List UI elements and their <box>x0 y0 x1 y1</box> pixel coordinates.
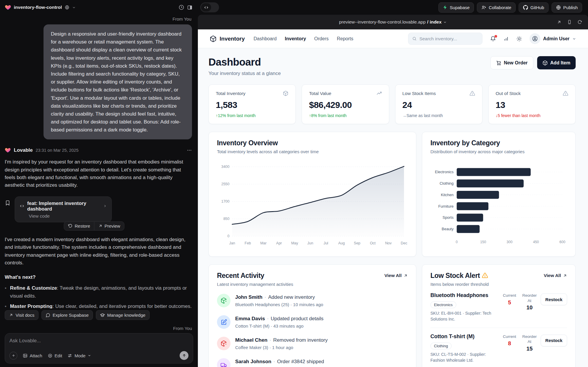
list-item: •Refine & Customize: Tweak the design, a… <box>5 284 192 300</box>
package-minus-icon <box>217 337 230 350</box>
from-you-label: From You <box>5 16 191 21</box>
publish-button[interactable]: Publish <box>552 2 582 13</box>
restore-button[interactable]: Restore <box>64 222 94 230</box>
code-commit-card[interactable]: feat: Implement inventory dashboard View… <box>15 196 112 222</box>
lovable-avatar <box>5 147 11 153</box>
inventory-by-category-card: Inventory by Category Distribution of in… <box>422 132 576 257</box>
project-name[interactable]: inventory-flow-control <box>14 5 62 10</box>
alert-triangle-icon <box>563 91 568 96</box>
package-icon <box>210 35 217 42</box>
view-code-link[interactable]: View code <box>29 213 107 219</box>
notifications-bell-icon[interactable] <box>490 36 496 42</box>
category-badge: Electronics <box>430 301 456 308</box>
chevron-down-icon <box>88 354 91 357</box>
nav-inventory[interactable]: Inventory <box>285 36 306 41</box>
refresh-icon[interactable] <box>577 20 582 24</box>
mobile-view-icon[interactable] <box>567 20 572 24</box>
sliders-icon <box>67 353 72 358</box>
view-all-low-stock-link[interactable]: View All <box>544 273 567 278</box>
svg-text:Clothing: Clothing <box>440 181 454 186</box>
manage-knowledge-button[interactable]: Manage knowledge <box>96 310 150 320</box>
theme-toggle-sun-icon[interactable] <box>516 36 522 42</box>
low-stock-row: Cotton T-shirt (M) Clothing SKU: CL-TS-M… <box>430 328 567 367</box>
search-box[interactable] <box>408 33 482 45</box>
code-icon <box>20 203 24 209</box>
code-preview-toggle[interactable] <box>200 2 219 12</box>
preview-pane: Supabase Collaborate GitHub Publish <box>198 0 588 367</box>
plus-icon <box>11 353 16 358</box>
activity-row: Emma Davis·Updated product details Cotto… <box>217 315 408 329</box>
send-button[interactable] <box>180 351 188 360</box>
chat-input-box[interactable]: Ask Lovable... Attach <box>5 333 193 363</box>
view-all-activity-link[interactable]: View All <box>384 273 408 278</box>
svg-text:Kitchen: Kitchen <box>441 193 453 197</box>
nav-orders[interactable]: Orders <box>314 36 329 41</box>
github-icon <box>523 5 528 10</box>
notification-dot <box>495 35 497 38</box>
chat-transcript: From You Design a responsive and user-fr… <box>0 15 198 308</box>
supabase-icon <box>443 5 447 10</box>
svg-text:Mar: Mar <box>260 241 266 245</box>
svg-text:300: 300 <box>507 240 512 244</box>
nav-dashboard[interactable]: Dashboard <box>254 36 277 41</box>
page-title: Dashboard <box>208 56 281 68</box>
mode-selector[interactable]: Mode <box>67 353 91 358</box>
chart-title: Inventory Overview <box>217 139 408 147</box>
package-icon <box>542 60 548 66</box>
svg-text:Apr: Apr <box>276 241 282 245</box>
svg-text:Jun: Jun <box>307 241 313 245</box>
next-steps-list: •Refine & Customize: Tweak the design, a… <box>5 284 192 308</box>
bookmark-icon[interactable] <box>5 200 11 207</box>
supabase-button[interactable]: Supabase <box>438 2 474 13</box>
edit-button[interactable]: Edit <box>48 353 62 358</box>
attach-button[interactable]: Attach <box>23 353 42 358</box>
chat-input[interactable]: Ask Lovable... <box>9 338 188 344</box>
open-external-icon[interactable] <box>557 20 562 25</box>
preview-window: preview--inventory-flow-control.lovable.… <box>198 15 588 367</box>
new-order-button[interactable]: New Order <box>490 56 533 69</box>
code-change-row: feat: Implement inventory dashboard View… <box>5 196 192 222</box>
assistant-summary: I've created a modern inventory dashboar… <box>5 236 192 267</box>
analytics-icon[interactable] <box>503 36 509 41</box>
kpi-out-of-stock: Out of Stock 13 ↓5 fewer than last month <box>488 84 576 124</box>
arrow-up-right-icon <box>9 313 13 317</box>
svg-text:Jul: Jul <box>323 241 328 245</box>
panel-layout-icon[interactable] <box>187 5 193 10</box>
restock-button[interactable]: Restock <box>541 293 567 305</box>
svg-text:Oct: Oct <box>370 241 376 245</box>
arrow-up-right-icon <box>98 224 103 228</box>
add-context-button[interactable] <box>9 352 17 360</box>
svg-text:Aug: Aug <box>338 241 345 245</box>
nav-reports[interactable]: Reports <box>337 36 353 41</box>
history-icon[interactable] <box>178 4 184 10</box>
list-item: •Master Prompting: Use clear, detailed, … <box>5 303 192 308</box>
collaborate-button[interactable]: Collaborate <box>477 2 516 13</box>
kpi-total-inventory: Total Inventory 1,583 ↑12% from last mon… <box>208 84 296 124</box>
chevron-down-icon[interactable] <box>443 20 447 24</box>
low-stock-alert-card: Low Stock Alert Items below reorder thre… <box>422 264 576 367</box>
svg-text:150: 150 <box>480 240 486 244</box>
search-input[interactable] <box>419 36 478 41</box>
svg-text:Jan: Jan <box>229 241 235 245</box>
github-button[interactable]: GitHub <box>519 2 549 13</box>
app-brand[interactable]: Inventory <box>210 35 245 42</box>
kpi-total-value: Total Value $86,429.00 ↑8% from last mon… <box>302 84 389 124</box>
user-menu[interactable]: Admin User <box>529 33 576 44</box>
preview-button[interactable]: Preview <box>94 222 124 230</box>
message-timestamp: 23:31 on Mar 25, 2025 <box>36 148 78 153</box>
svg-text:Beauty: Beauty <box>442 227 454 231</box>
truck-icon <box>217 358 230 367</box>
chevron-down-icon[interactable] <box>72 6 76 9</box>
app-header: Inventory Dashboard Inventory Orders Rep… <box>198 29 588 48</box>
visit-docs-button[interactable]: Visit docs <box>5 310 39 320</box>
add-item-button[interactable]: Add Item <box>537 56 576 69</box>
explore-supabase-button[interactable]: Explore Supabase <box>41 310 93 320</box>
image-icon <box>23 353 28 358</box>
preview-url[interactable]: preview--inventory-flow-control.lovable.… <box>339 19 426 25</box>
activity-row: Michael Chen·Removed from inventory Coff… <box>217 337 408 350</box>
globe-icon <box>65 5 69 10</box>
more-options-icon[interactable] <box>187 148 192 153</box>
restock-button[interactable]: Restock <box>541 335 567 346</box>
preview-path[interactable]: / index <box>427 19 442 25</box>
page-subtitle: Your inventory status at a glance <box>208 71 281 76</box>
